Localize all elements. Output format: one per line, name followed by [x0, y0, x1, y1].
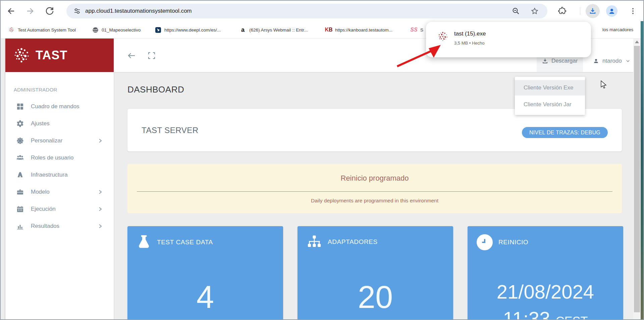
exe-file-icon: [437, 30, 449, 43]
notice-divider: [137, 191, 612, 192]
tast-favicon-icon: [8, 26, 15, 33]
profile-icon: [608, 7, 616, 15]
chevron-right-icon: [98, 189, 103, 195]
profile-button[interactable]: [606, 5, 618, 17]
toolbar-separator: [580, 7, 580, 15]
download-status: 3,5 MB • Hecho: [454, 41, 485, 46]
card-reinicio[interactable]: REINICIO 21/08/2024 11:33 CEST: [468, 226, 623, 320]
sidebar-item-resultados[interactable]: Resultados: [5, 217, 114, 235]
globe-icon: [92, 26, 99, 33]
sonar-favicon-icon: SS: [411, 26, 417, 33]
bookmark-label: 01_Mapeoselectivo: [102, 27, 141, 33]
card-adaptadores[interactable]: ADAPTADORES 20: [298, 226, 453, 320]
downloads-button[interactable]: [586, 4, 600, 18]
download-dropdown-menu: Cliente Versión Exe Cliente Versión Jar: [515, 77, 585, 115]
scroll-up-icon[interactable]: [635, 41, 639, 43]
download-filename[interactable]: tast (15).exe: [454, 30, 486, 37]
chevron-right-icon: [98, 138, 103, 143]
card-label: REINICIO: [498, 239, 528, 246]
chevron-down-icon: [625, 58, 631, 64]
card-test-case-data[interactable]: TEST CASE DATA 4: [127, 226, 283, 320]
trace-level-badge: NIVEL DE TRAZAS: DEBUG: [522, 127, 608, 138]
desktop-edge: [641, 21, 644, 319]
app-back-icon[interactable]: [126, 51, 137, 61]
page-title: DASHBOARD: [127, 84, 184, 95]
bookmark-label: (626) Arsys Webmail :: Entr...: [249, 27, 308, 33]
brand-text: TAST: [36, 48, 67, 62]
bookmark-label: https://kanboard.testautom...: [335, 27, 392, 33]
bookmark-tast[interactable]: Test Automation System Tool: [8, 21, 76, 39]
user-menu-button[interactable]: ntarodo: [588, 50, 636, 72]
forward-icon[interactable]: [25, 6, 35, 16]
browser-toolbar: app.cloud1.testautomationsystemtool.com: [1, 1, 644, 21]
sidebar-section-label: ADMINISTRADOR: [14, 87, 57, 92]
brand-header[interactable]: TAST: [5, 39, 114, 72]
all-bookmarks-label[interactable]: los marcadores: [602, 21, 633, 39]
card-restart-date: 21/08/2024: [468, 280, 623, 303]
users-icon: [16, 154, 24, 162]
arsys-favicon-icon: a: [239, 26, 246, 33]
bookmark-star-icon[interactable]: [531, 7, 539, 15]
sidebar-item-personalizar[interactable]: Personalizar: [5, 132, 114, 149]
card-label: TEST CASE DATA: [157, 239, 213, 246]
kanboard-favicon-icon: KB: [325, 26, 332, 33]
address-bar[interactable]: app.cloud1.testautomationsystemtool.com: [66, 4, 547, 18]
clock-icon: [477, 234, 493, 250]
gear-icon: [16, 120, 24, 128]
bookmark-arsys[interactable]: a (626) Arsys Webmail :: Entr...: [239, 21, 308, 39]
bookmark-mapeo[interactable]: 01_Mapeoselectivo: [92, 21, 141, 39]
sidebar-item-cuadro-de-mandos[interactable]: Cuadro de mandos: [5, 98, 114, 115]
user-icon: [593, 58, 599, 64]
bar-chart-icon: [16, 222, 24, 230]
scrollbar-thumb[interactable]: [634, 46, 640, 312]
zoom-out-icon[interactable]: [512, 7, 520, 15]
bookmark-label: https://www.deepl.com/es/...: [164, 27, 221, 33]
calendar-icon: [16, 205, 24, 213]
tast-logo-icon: [12, 46, 31, 65]
site-info-icon[interactable]: [73, 7, 81, 15]
browser-window: app.cloud1.testautomationsystemtool.com: [0, 0, 644, 320]
dashboard-grid-icon: [16, 103, 24, 111]
flask-icon: [137, 234, 151, 250]
sidebar: TAST ADMINISTRADOR Cuadro de mandos Ajus…: [5, 39, 114, 319]
download-tray-icon: [589, 7, 597, 15]
descargar-label: Descargar: [551, 58, 578, 64]
card-label: ADAPTADORES: [328, 238, 378, 246]
bookmark-deepl[interactable]: https://www.deepl.com/es/...: [155, 21, 221, 39]
chevron-right-icon: [98, 206, 103, 212]
server-card: TAST SERVER NIVEL DE TRAZAS: DEBUG: [127, 109, 622, 151]
deepl-icon: [155, 26, 161, 33]
sidebar-item-ajustes[interactable]: Ajustes: [5, 115, 114, 132]
bookmark-label: Test Automation System Tool: [18, 27, 76, 33]
menu-kebab-icon[interactable]: [629, 7, 637, 15]
server-card-title: TAST SERVER: [142, 109, 199, 151]
menu-item-cliente-version-exe[interactable]: Cliente Versión Exe: [515, 80, 585, 95]
sidebar-item-modelo[interactable]: Modelo: [5, 183, 114, 200]
sidebar-item-roles-de-usuario[interactable]: Roles de usuario: [5, 149, 114, 166]
cog-flower-icon: [16, 137, 24, 145]
bookmark-label: S: [420, 27, 423, 33]
url-text[interactable]: app.cloud1.testautomationsystemtool.com: [85, 4, 192, 18]
timezone-label: CEST: [555, 314, 588, 320]
card-value: 20: [298, 279, 453, 315]
bookmark-sonar[interactable]: SS S: [411, 21, 423, 39]
briefcase-icon: [16, 188, 24, 196]
chevron-right-icon: [98, 223, 103, 229]
back-icon[interactable]: [6, 6, 16, 16]
fullscreen-icon[interactable]: [147, 51, 156, 60]
restart-notice-banner: Reinicio programado Daily deployments ar…: [127, 164, 622, 213]
download-icon: [542, 58, 548, 64]
reload-icon[interactable]: [45, 6, 55, 16]
sidebar-item-ejecucion[interactable]: Ejecución: [5, 200, 114, 217]
user-label: ntarodo: [602, 58, 622, 64]
extensions-icon[interactable]: [558, 7, 567, 15]
sidebar-item-infraestructura[interactable]: Infraestructura: [5, 166, 114, 183]
notice-message: Daily deployments are programmed in this…: [127, 198, 622, 204]
page-scrollbar[interactable]: [633, 39, 641, 319]
binoculars-icon: [16, 171, 24, 179]
card-restart-time: 11:33 CEST: [468, 307, 623, 320]
download-popup[interactable]: tast (15).exe 3,5 MB • Hecho: [426, 22, 591, 57]
menu-item-cliente-version-jar[interactable]: Cliente Versión Jar: [515, 97, 585, 112]
bookmark-kanboard[interactable]: KB https://kanboard.testautom...: [325, 21, 392, 39]
card-value: 4: [127, 279, 283, 315]
